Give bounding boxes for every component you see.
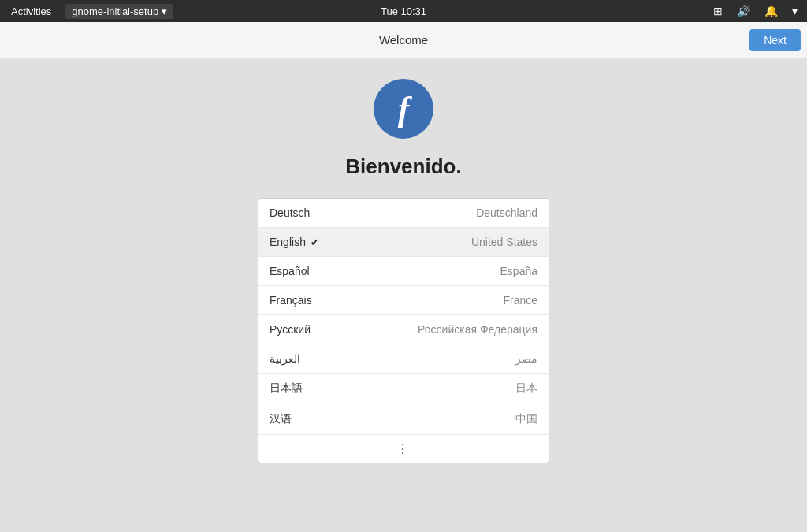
language-region: 中国 [515, 412, 537, 426]
fedora-logo: f [372, 77, 435, 140]
volume-icon[interactable]: 🔊 [734, 3, 753, 19]
topbar: Activities gnome-initial-setup ▾ Tue 10:… [0, 0, 807, 22]
language-name: English✔ [270, 236, 319, 248]
language-region: France [503, 294, 537, 307]
language-row[interactable]: РусскийРоссийская Федерация [258, 315, 549, 344]
topbar-clock: Tue 10:31 [381, 6, 426, 17]
language-name: 日本語 [270, 381, 303, 396]
language-name: Español [270, 265, 310, 277]
activities-button[interactable]: Activities [6, 4, 56, 19]
language-row[interactable]: English✔United States [258, 228, 549, 257]
language-region: España [500, 265, 537, 277]
language-region: United States [471, 236, 537, 248]
language-list: DeutschDeutschlandEnglish✔United StatesE… [258, 198, 549, 463]
next-button[interactable]: Next [749, 29, 801, 51]
app-title-button[interactable]: gnome-initial-setup ▾ [65, 4, 173, 19]
language-row[interactable]: العربيةمصر [258, 344, 549, 374]
network-icon[interactable]: ⊞ [710, 3, 726, 19]
language-name: العربية [270, 352, 300, 365]
language-row[interactable]: DeutschDeutschland [258, 199, 549, 228]
notification-icon[interactable]: 🔔 [761, 3, 781, 19]
language-name: 汉语 [270, 412, 292, 426]
system-menu-icon[interactable]: ▾ [789, 3, 801, 19]
main-content: f Bienvenido. DeutschDeutschlandEnglish✔… [0, 58, 807, 532]
language-name: Deutsch [270, 206, 310, 219]
language-region: Российская Федерация [418, 323, 537, 336]
headerbar: Welcome Next [0, 22, 807, 58]
header-title: Welcome [379, 33, 428, 47]
language-name: Русский [270, 323, 311, 336]
selected-checkmark: ✔ [311, 236, 319, 248]
language-name: Français [270, 294, 312, 307]
language-region: مصر [515, 352, 537, 365]
language-row[interactable]: 日本語日本 [258, 374, 549, 404]
language-row[interactable]: FrançaisFrance [258, 286, 549, 315]
language-row[interactable]: EspañolEspaña [258, 257, 549, 286]
topbar-left: Activities gnome-initial-setup ▾ [6, 4, 173, 19]
language-region: Deutschland [476, 206, 537, 219]
app-title-chevron: ▾ [162, 6, 167, 17]
more-languages-button[interactable]: ⋮ [258, 435, 549, 463]
language-row[interactable]: 汉语中国 [258, 404, 549, 435]
language-region: 日本 [515, 381, 537, 396]
app-title-label: gnome-initial-setup [72, 6, 158, 17]
welcome-heading: Bienvenido. [345, 154, 461, 179]
topbar-right: ⊞ 🔊 🔔 ▾ [710, 3, 801, 19]
